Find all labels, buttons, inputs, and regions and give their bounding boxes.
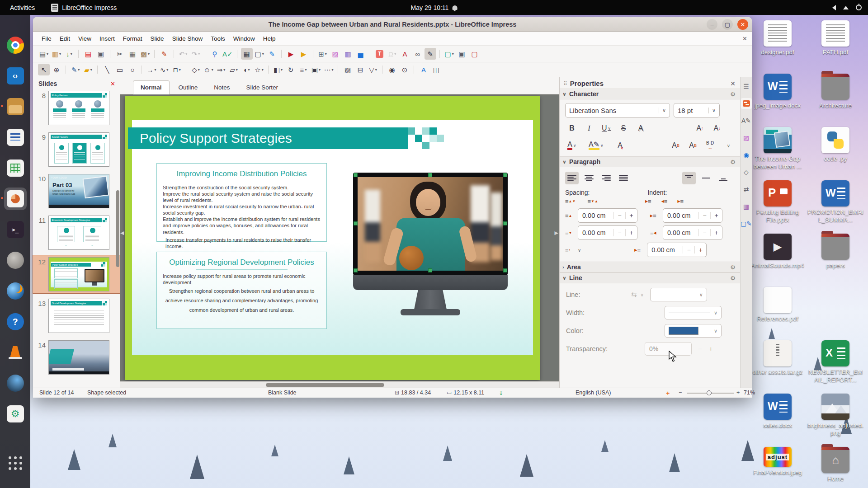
- gear-icon[interactable]: ⚙: [730, 264, 736, 271]
- sidebar-tab-gallery[interactable]: ▨: [741, 132, 752, 143]
- sidebar-tab-styles[interactable]: A✎: [741, 115, 752, 126]
- dock-impress[interactable]: [4, 188, 27, 210]
- increase-indent-icon[interactable]: ▶≡: [645, 198, 651, 205]
- selection-handle[interactable]: [503, 221, 507, 225]
- lines-arrows[interactable]: → ▾: [146, 64, 157, 75]
- close-button[interactable]: ✕: [737, 19, 748, 30]
- basic-shapes[interactable]: ◇ ▾: [190, 64, 202, 75]
- menu-tools[interactable]: Tools: [207, 33, 229, 44]
- menu-format[interactable]: Format: [119, 33, 146, 44]
- status-slide-layout[interactable]: Blank Slide: [268, 389, 297, 396]
- AnimalSounds.mp4[interactable]: ▶ AnimalSounds.mp4: [749, 234, 807, 287]
- first-line-indent-field[interactable]: 0.00 cm −+: [647, 243, 707, 257]
- menu-slide[interactable]: Slide: [146, 33, 168, 44]
- plus-button[interactable]: +: [710, 212, 722, 219]
- insert-chart[interactable]: ▅ ▾: [355, 48, 367, 60]
- minus-button[interactable]: −: [698, 229, 710, 236]
- filter[interactable]: ▽ ▾: [367, 64, 379, 75]
- minus-button[interactable]: −: [683, 246, 694, 253]
- find-replace[interactable]: ⚲ ▾: [209, 48, 221, 60]
- plus-button[interactable]: +: [694, 246, 706, 253]
- sidebar-tab-navigator[interactable]: ◉: [741, 150, 752, 160]
- scrollbar-thumb[interactable]: [266, 383, 384, 387]
- gear-icon[interactable]: ⚙: [730, 91, 736, 98]
- gear-icon[interactable]: ⚙: [730, 275, 736, 282]
- clock-menu[interactable]: May 29 10:11: [411, 4, 458, 11]
- NEWSLETTER_EMAIL_REPORT...[interactable]: X NEWSLETTER_EMAIL_REPORT...: [807, 340, 864, 394]
- insert-image[interactable]: ▨ ▾: [330, 48, 341, 60]
- zoom-in-icon[interactable]: +: [736, 389, 740, 396]
- spacing-below-field[interactable]: 0.00 cm −+: [578, 225, 637, 240]
- insert-media[interactable]: ▥ ▾: [342, 48, 354, 60]
- stars[interactable]: ☆ ▾: [253, 64, 265, 75]
- cut[interactable]: ✂ ▾: [114, 48, 126, 60]
- PROMOTION_EMAIL_SUMMA...[interactable]: W PROMOTION_EMAIL_SUMMA...: [807, 180, 864, 234]
- section-character[interactable]: ∨ Character ⚙: [560, 89, 740, 99]
- spelling[interactable]: A✓ ▾: [222, 48, 234, 60]
- section-paragraph[interactable]: ∨ Paragraph ⚙: [560, 156, 740, 167]
- minus-button[interactable]: −: [698, 345, 702, 352]
- sidebar-tab-shapes[interactable]: ◇: [741, 167, 752, 178]
- shadow[interactable]: ▨ ▾: [342, 64, 354, 75]
- arrow-style-combo[interactable]: ∨: [650, 288, 707, 301]
- other assets.tar.gz[interactable]: other assets.tar.gz: [749, 340, 807, 394]
- dock-help[interactable]: ?: [4, 310, 27, 333]
- align-right-button[interactable]: [599, 172, 613, 184]
- increase-paragraph-spacing-icon[interactable]: ≡▲▼: [565, 198, 576, 205]
- fill-color[interactable]: ▰ ▾: [82, 64, 94, 75]
- decrease-font-size-button[interactable]: A↓: [710, 122, 724, 135]
- no-character-format-button[interactable]: A: [613, 139, 627, 152]
- highlight-color-button[interactable]: A✎∨: [589, 139, 604, 152]
- slide-canvas[interactable]: Policy Support Strategies Improving Inco…: [120, 94, 559, 381]
- horizontal-scrollbar[interactable]: [120, 381, 559, 388]
- rectangle[interactable]: ▭ ▾: [114, 64, 126, 75]
- decrease-indent-icon[interactable]: ◀≡: [661, 198, 668, 205]
- connectors[interactable]: ⊓ ▾: [171, 64, 183, 75]
- Architecture[interactable]: Architecture: [807, 74, 864, 127]
- selection-handle[interactable]: [354, 221, 358, 225]
- print[interactable]: ▣ ▾: [95, 48, 107, 60]
- panel-close-icon[interactable]: ✕: [730, 80, 736, 87]
- dock-software[interactable]: [4, 403, 27, 425]
- slide-thumbnail-9[interactable]: 9 Social Factors: [33, 131, 120, 169]
- focused-app-menu[interactable]: LibreOffice Impress: [51, 4, 117, 12]
- start-current-slide[interactable]: ▶ ▾: [298, 48, 310, 60]
- slide-thumbnail-11[interactable]: 11 Economic Development Strategies: [33, 214, 120, 252]
- activities-button[interactable]: Activities: [10, 4, 35, 11]
- indent-before-field[interactable]: 0.00 cm −+: [663, 208, 722, 223]
- export-pdf[interactable]: ▤ ▾: [82, 48, 94, 60]
- tab-notes[interactable]: Notes: [207, 81, 237, 94]
- window-titlebar[interactable]: The Income Gap between Urban and Rural R…: [33, 17, 752, 32]
- font-size-combo[interactable]: 18 pt ∨: [674, 103, 720, 117]
- slide-thumbnail-13[interactable]: 13 Social Development Strategies: [33, 297, 120, 335]
- dock-remmina[interactable]: [4, 249, 27, 272]
- italic-button[interactable]: I: [582, 122, 596, 135]
- callouts[interactable]: ◖ ▾: [241, 64, 252, 75]
- plus-button[interactable]: +: [625, 229, 637, 236]
- chevron-down-icon[interactable]: ∨: [578, 248, 581, 253]
- dock-firefox[interactable]: [4, 280, 27, 302]
- special-character[interactable]: Ω ▾: [387, 48, 398, 60]
- line-color[interactable]: ✎ ▾: [70, 64, 81, 75]
- slides-panel-close-icon[interactable]: ✕: [110, 80, 115, 87]
- Home[interactable]: ⌂ Home: [807, 447, 864, 488]
- textbox-regional-development[interactable]: Optimizing Regional Development Policies…: [156, 252, 327, 329]
- minimize-button[interactable]: –: [707, 19, 717, 30]
- display-views[interactable]: ▢ ▾: [254, 48, 265, 60]
- underline-button[interactable]: U∨: [599, 122, 613, 135]
- font-color-button[interactable]: A∨: [565, 139, 579, 152]
- slide-12[interactable]: Policy Support Strategies Improving Inco…: [125, 96, 540, 380]
- selection-handle[interactable]: [428, 268, 432, 272]
- dock-writer[interactable]: [4, 126, 27, 149]
- new-slide[interactable]: ▢ ▾: [443, 48, 455, 60]
- draw-functions[interactable]: ✎ ▾: [425, 48, 436, 60]
- slide-title-bar[interactable]: Policy Support Strategies: [128, 127, 408, 149]
- slides-panel-scrollbar[interactable]: [116, 190, 119, 267]
- distribute[interactable]: ⋯ ▾: [323, 64, 335, 75]
- symbol-shapes[interactable]: ☺ ▾: [203, 64, 214, 75]
- increase-font-size-button[interactable]: A↑: [693, 122, 707, 135]
- jpeg_image.docx[interactable]: W jpeg_image.docx: [749, 74, 807, 127]
- menu-edit[interactable]: Edit: [56, 33, 74, 44]
- select[interactable]: ↖ ▾: [38, 64, 50, 75]
- panel-drag-handle[interactable]: ⠿: [563, 80, 567, 87]
